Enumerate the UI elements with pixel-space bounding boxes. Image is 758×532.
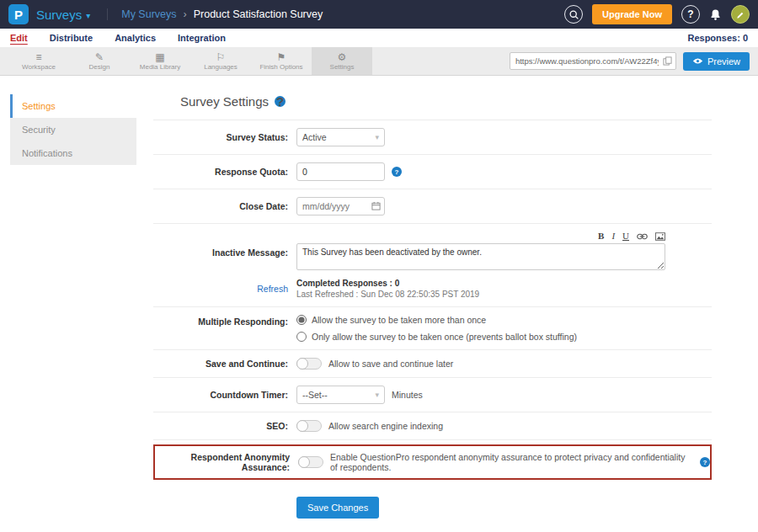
content-area: Settings Security Notifications Survey S… (0, 76, 758, 532)
close-date-row: Close Date: (153, 189, 712, 224)
topbar: P Surveys ▾ My Surveys › Product Satisfa… (0, 0, 758, 29)
link-icon[interactable] (637, 233, 648, 240)
design-icon: ✎ (95, 52, 104, 62)
help-button[interactable]: ? (681, 5, 700, 24)
save-continue-row: Save and Continue: Allow to save and con… (153, 350, 712, 378)
toolbar-item-finish-options[interactable]: ⚑ Finish Options (251, 47, 312, 75)
survey-settings-help-icon[interactable]: ? (275, 96, 286, 107)
response-quota-label: Response Quota: (153, 167, 296, 177)
settings-panel: Survey Settings ? Survey Status: Active … (136, 76, 758, 519)
response-quota-help-icon[interactable]: ? (392, 167, 402, 177)
inactive-message-row: Inactive Message: B I U This Survey has … (153, 224, 712, 307)
page-title-row: Survey Settings ? (153, 93, 712, 120)
questionpro-logo[interactable]: P (8, 4, 29, 24)
save-row: Save Changes (153, 484, 712, 519)
tab-integration[interactable]: Integration (178, 33, 226, 43)
sidebar-item-settings[interactable]: Settings (10, 94, 136, 118)
countdown-timer-select[interactable]: --Set-- ▾ (296, 386, 385, 404)
breadcrumb-survey-name: Product Satisfaction Survey (194, 8, 323, 20)
anonymity-toggle[interactable] (298, 456, 323, 468)
anonymity-description: Enable QuestionPro respondent anonymity … (330, 452, 693, 472)
surveys-menu[interactable]: Surveys ▾ (36, 8, 90, 22)
quick-edit-button[interactable] (731, 5, 750, 24)
sidebar-item-security[interactable]: Security (10, 118, 136, 141)
countdown-timer-label: Countdown Timer: (153, 390, 296, 400)
seo-description: Allow search engine indexing (328, 421, 443, 431)
finish-options-icon: ⚑ (277, 52, 286, 62)
settings-sidebar: Settings Security Notifications (10, 94, 136, 165)
logo-letter: P (14, 8, 23, 22)
multiple-responding-row: Multiple Responding: Allow the survey to… (153, 307, 712, 350)
message-editor-toolbar: B I U (296, 231, 665, 241)
tab-distribute[interactable]: Distribute (50, 33, 93, 43)
breadcrumb-separator: › (184, 8, 187, 20)
countdown-minutes-label: Minutes (392, 390, 423, 400)
anonymity-help-icon[interactable]: ? (700, 457, 710, 467)
surveys-menu-label: Surveys (36, 8, 82, 22)
toolbar-item-design[interactable]: ✎ Design (69, 47, 130, 75)
copy-url-icon[interactable] (663, 56, 672, 66)
survey-url-wrap (510, 52, 676, 70)
survey-status-label: Survey Status: (153, 132, 296, 142)
workspace-icon: ≡ (35, 52, 41, 62)
notifications-button[interactable] (709, 8, 722, 21)
bell-icon (709, 8, 722, 21)
radio-multiple-times[interactable] (296, 315, 307, 325)
preview-button[interactable]: Preview (683, 52, 750, 71)
image-icon[interactable] (655, 232, 665, 241)
seo-row: SEO: Allow search engine indexing (153, 412, 712, 440)
topbar-actions: Upgrade Now ? (564, 4, 750, 24)
response-quota-input[interactable] (296, 162, 385, 181)
multiple-responding-label: Multiple Responding: (153, 315, 296, 327)
italic-icon[interactable]: I (611, 231, 615, 241)
survey-url-input[interactable] (510, 52, 676, 70)
search-icon (568, 9, 579, 20)
media-library-icon: ▦ (155, 52, 164, 62)
toolbar-item-languages[interactable]: ⚐ Languages (190, 47, 251, 75)
page-title: Survey Settings (180, 94, 269, 109)
toolbar-item-workspace[interactable]: ≡ Workspace (8, 47, 69, 75)
bold-icon[interactable]: B (598, 231, 604, 241)
survey-toolbar: ≡ Workspace ✎ Design ▦ Media Library ⚐ L… (0, 47, 758, 76)
seo-toggle[interactable] (296, 420, 322, 432)
upgrade-now-button[interactable]: Upgrade Now (592, 4, 672, 24)
save-continue-label: Save and Continue: (153, 359, 296, 369)
main-tabbar: Edit Distribute Analytics Integration Re… (0, 29, 758, 47)
chevron-down-icon: ▾ (375, 391, 379, 399)
inactive-message-label: Inactive Message: (153, 247, 296, 258)
calendar-icon[interactable] (371, 201, 381, 210)
underline-icon[interactable]: U (622, 231, 629, 241)
close-date-label: Close Date: (153, 201, 296, 211)
toolbar-item-media-library[interactable]: ▦ Media Library (130, 47, 190, 75)
chevron-down-icon: ▾ (86, 11, 90, 20)
save-changes-button[interactable]: Save Changes (296, 497, 379, 519)
countdown-timer-row: Countdown Timer: --Set-- ▾ Minutes (153, 378, 712, 412)
breadcrumb-my-surveys[interactable]: My Surveys (121, 8, 176, 20)
eye-icon (692, 57, 703, 65)
refresh-link[interactable]: Refresh (257, 284, 288, 294)
responses-count: Responses: 0 (687, 33, 748, 43)
pencil-icon (736, 10, 745, 19)
radio-option-once-only[interactable]: Only allow the survey to be taken once (… (296, 332, 577, 342)
tab-edit[interactable]: Edit (10, 33, 28, 43)
search-button[interactable] (564, 5, 583, 24)
chevron-down-icon: ▾ (375, 133, 379, 141)
seo-label: SEO: (153, 421, 296, 431)
radio-option-multiple-times[interactable]: Allow the survey to be taken more than o… (296, 315, 577, 325)
sidebar-item-notifications[interactable]: Notifications (10, 141, 136, 165)
inactive-message-textarea[interactable]: This Survey has been deactivated by the … (296, 243, 665, 270)
tab-analytics[interactable]: Analytics (115, 33, 156, 43)
question-mark-icon: ? (687, 8, 693, 20)
toolbar-item-settings[interactable]: ⚙ Settings (312, 47, 372, 75)
anonymity-row-highlighted: Respondent Anonymity Assurance: Enable Q… (153, 444, 712, 480)
breadcrumb: My Surveys › Product Satisfaction Survey (107, 8, 323, 20)
response-quota-row: Response Quota: ? (153, 155, 712, 189)
save-continue-description: Allow to save and continue later (328, 359, 453, 369)
survey-status-select[interactable]: Active ▾ (296, 128, 385, 146)
settings-gear-icon: ⚙ (338, 52, 347, 62)
anonymity-label: Respondent Anonymity Assurance: (155, 452, 298, 472)
last-refreshed-text: Last Refreshed : Sun Dec 08 22:50:35 PST… (296, 290, 479, 299)
radio-once-only[interactable] (296, 332, 307, 342)
save-continue-toggle[interactable] (296, 358, 322, 370)
survey-status-row: Survey Status: Active ▾ (153, 120, 712, 155)
